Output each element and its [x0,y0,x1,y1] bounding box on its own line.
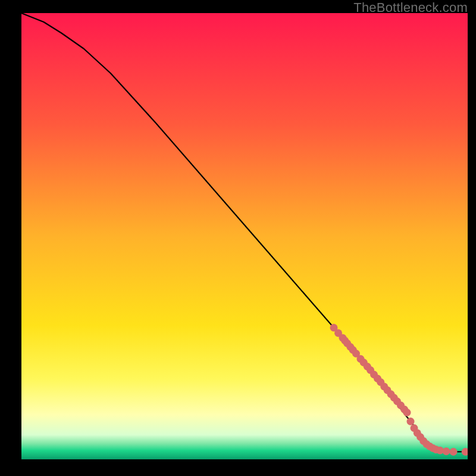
data-point [403,409,411,416]
chart-svg [21,13,468,459]
gradient-background [21,13,468,459]
data-point [407,418,415,425]
data-point [450,448,458,456]
data-point [443,447,450,455]
plot-area [21,13,468,459]
chart-stage: TheBottleneck.com [0,0,476,476]
